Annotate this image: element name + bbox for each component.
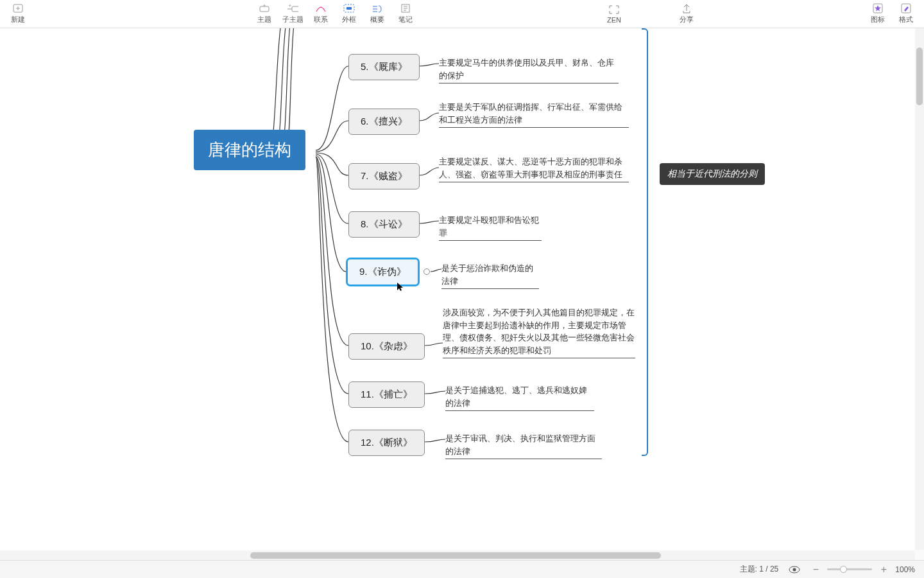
- svg-text:+: +: [262, 4, 266, 9]
- icon-label: 图标: [871, 15, 885, 24]
- node-6[interactable]: 6.《擅兴》: [348, 109, 420, 135]
- node-12[interactable]: 12.《断狱》: [348, 430, 425, 456]
- relation-icon: [315, 3, 327, 13]
- subtopic-icon: +: [287, 3, 298, 13]
- toolbar: 新建 + 主题 + 子主题 联系 外框 概要 笔记 ZEN: [0, 0, 924, 28]
- node-11[interactable]: 11.《捕亡》: [348, 381, 425, 408]
- vertical-scrollbar[interactable]: [915, 28, 924, 550]
- relation-button[interactable]: 联系: [307, 0, 335, 28]
- svg-marker-19: [397, 283, 403, 291]
- subtopic-label: 子主题: [282, 15, 304, 24]
- zoom-value: 100%: [895, 565, 915, 574]
- summary-button[interactable]: 概要: [363, 0, 391, 28]
- new-button[interactable]: 新建: [4, 0, 32, 28]
- horizontal-scroll-thumb[interactable]: [250, 552, 661, 559]
- desc-12[interactable]: 是关于审讯、判决、执行和监狱管理方面的法律: [445, 432, 602, 459]
- zoom-in-button[interactable]: +: [878, 564, 889, 575]
- boundary-button[interactable]: 外框: [335, 0, 363, 28]
- node-5[interactable]: 5.《厩库》: [348, 54, 420, 80]
- node-10[interactable]: 10.《杂虑》: [348, 333, 425, 360]
- share-label: 分享: [680, 15, 694, 24]
- desc-9[interactable]: 是关于惩治诈欺和伪造的法律: [441, 262, 539, 289]
- desc-8[interactable]: 主要规定斗殴犯罪和告讼犯罪: [439, 214, 542, 241]
- central-topic[interactable]: 唐律的结构: [194, 130, 305, 170]
- collapse-handle[interactable]: [424, 268, 430, 275]
- svg-marker-17: [875, 5, 881, 12]
- node-9-selected[interactable]: 9.《诈伪》: [346, 258, 419, 286]
- svg-rect-8: [346, 7, 352, 10]
- zoom-out-button[interactable]: −: [810, 564, 821, 575]
- vertical-scroll-thumb[interactable]: [916, 48, 923, 105]
- desc-10[interactable]: 涉及面较宽，为不便于列入其他篇目的犯罪规定，在唐律中主要起到拾遗补缺的作用，主要…: [443, 306, 635, 358]
- note-icon: [400, 3, 411, 13]
- svg-rect-5: [292, 6, 298, 12]
- boundary-label: 外框: [342, 15, 356, 24]
- share-icon: [681, 3, 692, 13]
- format-label: 格式: [899, 15, 913, 24]
- desc-6[interactable]: 主要是关于军队的征调指挥、行军出征、军需供给和工程兴造方面的法律: [439, 101, 629, 128]
- format-button[interactable]: 格式: [892, 0, 920, 28]
- zen-button[interactable]: ZEN: [600, 0, 628, 28]
- icon-button[interactable]: 图标: [864, 0, 892, 28]
- svg-point-21: [793, 568, 796, 571]
- summary-bracket: [642, 28, 648, 456]
- status-bar: 主题: 1 / 25 − + 100%: [0, 560, 924, 578]
- summary-icon: [372, 3, 383, 13]
- star-icon: [872, 3, 884, 13]
- desc-7[interactable]: 主要规定谋反、谋大、恶逆等十恶方面的犯罪和杀人、强盗、窃盗等重大刑事犯罪及相应的…: [439, 155, 629, 182]
- share-button[interactable]: 分享: [672, 0, 701, 28]
- fullscreen-icon: [608, 4, 620, 15]
- new-label: 新建: [11, 15, 25, 24]
- note-button[interactable]: 笔记: [391, 0, 420, 28]
- summary-label: 概要: [370, 15, 384, 24]
- topic-count: 主题: 1 / 25: [740, 564, 779, 575]
- topic-icon: +: [259, 3, 270, 13]
- svg-text:+: +: [288, 4, 291, 9]
- topic-label: 主题: [257, 15, 271, 24]
- zen-label: ZEN: [607, 16, 621, 24]
- mindmap-canvas[interactable]: 唐律的结构 5.《厩库》 6.《擅兴》 7.《贼盗》 8.《斗讼》 9.《诈伪》…: [0, 28, 915, 550]
- zoom-control: − + 100%: [810, 564, 915, 575]
- note-label: 笔记: [398, 15, 413, 24]
- visibility-icon[interactable]: [789, 564, 800, 575]
- topic-button[interactable]: + 主题: [250, 0, 278, 28]
- node-8[interactable]: 8.《斗讼》: [348, 211, 420, 238]
- desc-5[interactable]: 主要规定马牛的供养使用以及兵甲、财帛、仓库的保护: [439, 57, 619, 83]
- node-7[interactable]: 7.《贼盗》: [348, 163, 420, 189]
- boundary-icon: [343, 3, 355, 13]
- brush-icon: [900, 3, 912, 13]
- subtopic-button[interactable]: + 子主题: [278, 0, 307, 28]
- horizontal-scrollbar[interactable]: [0, 551, 915, 560]
- zoom-knob[interactable]: [840, 566, 847, 573]
- desc-11[interactable]: 是关于追捕逃犯、逃丁、逃兵和逃奴婢的法律: [445, 384, 594, 411]
- plus-icon: [12, 3, 24, 13]
- summary-label[interactable]: 相当于近代刑法的分则: [660, 163, 765, 185]
- relation-label: 联系: [314, 15, 328, 24]
- zoom-slider[interactable]: [827, 568, 872, 570]
- cursor-icon: [397, 283, 404, 292]
